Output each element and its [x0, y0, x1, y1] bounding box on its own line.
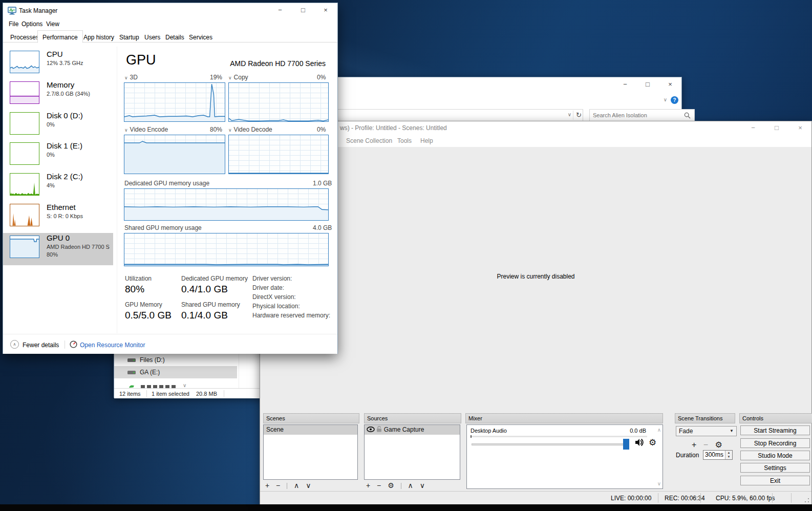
transitions-panel-header[interactable]: Scene Transitions [675, 413, 735, 423]
stat-value: 80% [125, 284, 144, 295]
search-box[interactable] [589, 109, 695, 121]
volume-slider-track[interactable] [472, 443, 626, 445]
tab-services[interactable]: Services [184, 31, 218, 42]
source-list-item[interactable]: Game Capture [365, 425, 460, 435]
sidebar-sub: AMD Radeon HD 7700 S [47, 244, 112, 250]
close-button[interactable]: × [659, 77, 681, 92]
selected-count: 1 item selected [152, 391, 189, 397]
menu-scene-collection[interactable]: Scene Collection [346, 137, 392, 144]
sidebar-item-cpu[interactable]: CPU 12% 3.75 GHz [3, 49, 113, 80]
scene-up-button[interactable]: ∧ [294, 481, 299, 489]
screen: − □ × ∨ ? ∨ ↻ [0, 0, 812, 511]
maximize-button[interactable]: □ [292, 3, 314, 17]
source-down-button[interactable]: ∨ [420, 481, 425, 489]
source-label: Game Capture [384, 426, 424, 433]
menu-options[interactable]: Options [22, 20, 42, 28]
tree-item[interactable]: Files (D:) [114, 354, 237, 366]
disk1-mini-chart [10, 142, 39, 165]
minimize-button[interactable]: − [742, 121, 764, 135]
speaker-icon[interactable] [635, 438, 644, 446]
divider [146, 390, 147, 397]
lock-icon[interactable] [376, 426, 382, 432]
studio-mode-button[interactable]: Studio Mode [740, 451, 810, 460]
controls-panel-header[interactable]: Controls [739, 413, 812, 423]
gpu-video-decode-chart [228, 135, 329, 174]
collapse-icon[interactable]: ∧ [10, 340, 19, 349]
sidebar-item-disk2[interactable]: Disk 2 (C:) 4% [3, 172, 113, 202]
chevron-down-icon[interactable]: ∨ [568, 112, 571, 117]
menu-file[interactable]: File [9, 20, 18, 28]
transition-gear-icon[interactable]: ⚙ [715, 440, 722, 449]
exit-button[interactable]: Exit [740, 476, 810, 485]
menu-help[interactable]: Help [420, 137, 433, 144]
memory-chart-max: 1.0 GB [313, 180, 332, 187]
sources-panel-header[interactable]: Sources [364, 413, 461, 423]
tree-item-selected[interactable]: GA (E:) [114, 366, 237, 378]
tab-performance[interactable]: Performance [37, 30, 83, 43]
mixer-box: Desktop Audio 0.0 dB ⚙ ∧ ∨ [466, 424, 663, 489]
obs-menubar: Scene Collection Tools Help [260, 135, 811, 147]
open-resource-monitor-link[interactable]: Open Resource Monitor [80, 342, 145, 349]
scroll-up-icon[interactable]: ∧ [657, 427, 661, 433]
volume-slider-handle[interactable] [623, 439, 629, 450]
sources-list[interactable]: Game Capture [364, 424, 460, 480]
scene-down-button[interactable]: ∨ [306, 481, 311, 489]
add-source-button[interactable]: + [366, 481, 370, 489]
close-button[interactable]: × [314, 3, 337, 17]
chevron-down-icon[interactable]: ∨ [183, 382, 186, 388]
menu-tools[interactable]: Tools [397, 137, 412, 144]
minimize-button[interactable]: − [614, 77, 636, 92]
engine-chart-label[interactable]: ∨3D [124, 74, 138, 81]
start-streaming-button[interactable]: Start Streaming [740, 425, 810, 435]
source-properties-gear-icon[interactable]: ⚙ [388, 481, 394, 489]
sidebar-item-disk0[interactable]: Disk 0 (D:) 0% [3, 111, 113, 141]
settings-button[interactable]: Settings [740, 463, 810, 473]
scroll-down-icon[interactable]: ∨ [657, 481, 661, 486]
add-transition-button[interactable]: + [692, 440, 696, 449]
sidebar-item-ethernet[interactable]: Ethernet S: 0 R: 0 Kbps [3, 202, 113, 233]
sidebar-item-disk1[interactable]: Disk 1 (E:) 0% [3, 141, 113, 172]
minimize-button[interactable]: − [269, 3, 291, 17]
engine-chart-label[interactable]: ∨Video Encode [124, 126, 168, 133]
tm-titlebar[interactable]: Task Manager − □ × [3, 3, 337, 18]
resize-grip[interactable] [804, 498, 809, 503]
mixer-panel-header[interactable]: Mixer [465, 413, 663, 423]
scene-list-item[interactable]: Scene [264, 425, 357, 435]
remove-scene-button[interactable]: − [276, 481, 280, 489]
stat-value: 0.4/1.0 GB [181, 284, 228, 295]
help-icon[interactable]: ? [671, 96, 678, 104]
spinner-arrows[interactable]: ▲▼ [725, 451, 732, 459]
refresh-icon[interactable]: ↻ [576, 111, 582, 119]
mixer-track-label: Desktop Audio [471, 428, 507, 434]
remove-source-button[interactable]: − [377, 481, 381, 489]
close-button[interactable]: × [789, 121, 811, 135]
search-input[interactable] [593, 111, 680, 120]
chevron-down-icon[interactable]: ∨ [664, 97, 667, 102]
duration-spinbox[interactable]: ▲▼ [703, 450, 733, 460]
gpu-3d-chart [124, 82, 225, 122]
scenes-panel-header[interactable]: Scenes [263, 413, 359, 423]
sidebar-item-memory[interactable]: Memory 2.7/8.0 GB (34%) [3, 80, 113, 111]
fewer-details-button[interactable]: Fewer details [23, 342, 59, 349]
duration-input[interactable] [705, 451, 723, 458]
task-manager-window: Task Manager − □ × File Options View Pro… [3, 3, 338, 354]
engine-chart-label[interactable]: ∨Video Decode [228, 126, 272, 133]
transition-select[interactable]: Fade ▼ [676, 426, 737, 436]
remove-transition-button[interactable]: − [703, 440, 708, 449]
maximize-button[interactable]: □ [765, 121, 788, 135]
visible-eye-icon[interactable] [367, 427, 375, 432]
mixer-gear-icon[interactable]: ⚙ [649, 437, 656, 448]
obs-titlebar[interactable]: ws) - Profile: Untitled - Scenes: Untitl… [260, 121, 811, 135]
scenes-list[interactable]: Scene [263, 424, 358, 480]
menu-view[interactable]: View [46, 20, 59, 28]
add-scene-button[interactable]: + [265, 481, 269, 489]
stop-recording-button[interactable]: Stop Recording [740, 438, 810, 448]
disk2-mini-chart [10, 173, 39, 196]
tab-app-history[interactable]: App history [78, 31, 119, 42]
source-up-button[interactable]: ∧ [408, 481, 413, 489]
maximize-button[interactable]: □ [636, 77, 659, 92]
sidebar-item-gpu0[interactable]: GPU 0 AMD Radeon HD 7700 S 80% [3, 233, 113, 265]
divider [65, 340, 65, 349]
tm-menubar: File Options View [3, 18, 337, 30]
engine-chart-label[interactable]: ∨Copy [228, 74, 248, 81]
